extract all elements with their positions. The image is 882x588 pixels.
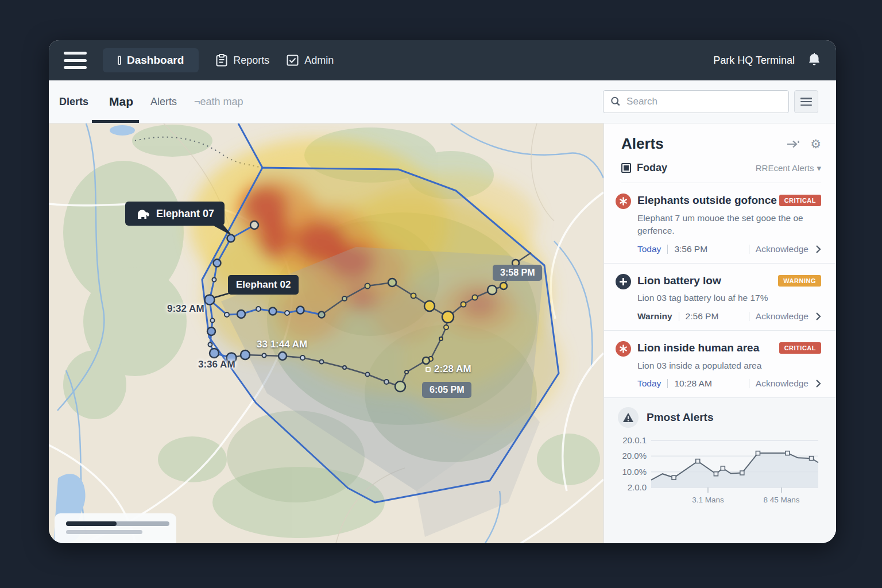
chevron-right-icon	[815, 379, 821, 388]
chevron-right-icon	[815, 312, 821, 321]
svg-text:20.0%: 20.0%	[622, 451, 647, 461]
alert-description: Lion 03 inside a populated area	[637, 359, 810, 372]
severity-badge: CRITICAL	[779, 195, 821, 206]
collapse-panel-icon[interactable]	[786, 139, 800, 149]
pond-shape	[110, 125, 135, 136]
warning-triangle-icon	[618, 407, 639, 428]
alert-item[interactable]: Elephants outside gofonce CRITICAL Eleph…	[604, 183, 836, 264]
map-base-layer	[49, 123, 604, 543]
nav-tab-label: Reports	[233, 55, 269, 67]
clipboard-icon	[216, 54, 227, 67]
nav-tab-reports[interactable]: Reports	[216, 54, 269, 67]
alert-day[interactable]: Today	[637, 244, 661, 254]
svg-text:2.0.0: 2.0.0	[628, 482, 647, 492]
time-chip-358pm[interactable]: 3:58 PM	[493, 265, 542, 281]
acknowledge-button[interactable]: Acknowledge	[756, 311, 821, 322]
date-filter[interactable]: Foday	[637, 162, 667, 174]
active-tab-underline	[92, 120, 139, 123]
bell-icon[interactable]	[807, 53, 821, 68]
search-box	[603, 90, 789, 113]
alerts-panel: Alerts ⚙ Foday RREcent Alerts	[604, 123, 836, 543]
severity-badge: WARNING	[778, 275, 821, 287]
alerts-trend-section: Pmost Alerts 20.0.120.0%10.0%2.0.03.1 Ma…	[604, 398, 836, 543]
tab-heath-map[interactable]: ¬eath map	[194, 96, 243, 108]
time-label-228am: 2:28 AM	[425, 363, 471, 375]
nav-tab-admin[interactable]: Admin	[287, 55, 334, 67]
time-label-336am: 3:36 AM	[198, 359, 235, 370]
calendar-icon	[621, 163, 631, 173]
acknowledge-button[interactable]: Acknowledge	[756, 244, 821, 254]
map-canvas[interactable]: Elephant 07 Elephant 02 3:58 PM 6:05 PM …	[49, 123, 604, 543]
sort-dropdown[interactable]: RREcent Alerts ▾	[756, 163, 821, 173]
caret-down-icon: ▾	[817, 163, 821, 173]
sub-nav: Dlerts Map Alerts ¬eath map	[49, 80, 836, 123]
terminal-label: Park HQ Terminal	[713, 55, 795, 67]
time-label-144am: 33 1:44 AM	[257, 339, 307, 350]
acknowledge-button[interactable]: Acknowledge	[756, 378, 821, 389]
alert-title: Elephants outside gofonce	[637, 194, 777, 207]
app-window: Dashboard Reports Admin Park HQ Terminal	[49, 40, 836, 543]
chevron-right-icon	[815, 245, 821, 254]
panel-title: Alerts	[621, 135, 664, 153]
time-label-932am: 9:32 AM	[167, 303, 204, 315]
alert-description: Lion 03 tag battery lou af he 17%	[637, 292, 810, 304]
alert-item[interactable]: Lion inside human area CRITICAL Lion 03 …	[604, 331, 836, 398]
elephant07-tooltip[interactable]: Elephant 07	[125, 202, 225, 226]
search-input[interactable]	[626, 96, 782, 107]
warning-alert-icon	[616, 274, 631, 289]
severity-badge: CRITICAL	[779, 342, 821, 354]
alerts-trend-chart: 20.0.120.0%10.0%2.0.03.1 Mans8 45 Mans	[618, 432, 823, 516]
tab-alerts[interactable]: Alerts	[150, 96, 177, 108]
nav-tab-label: Dashboard	[127, 54, 184, 67]
critical-alert-icon	[616, 194, 631, 209]
alert-description: Elephant 7 um mouoe the set gooe the oe …	[637, 212, 810, 238]
alert-item[interactable]: Lion battery low WARNING Lion 03 tag bat…	[604, 264, 836, 331]
nav-tab-dashboard[interactable]: Dashboard	[103, 48, 199, 72]
chart-title: Pmost Alerts	[647, 411, 714, 424]
alert-day[interactable]: Today	[637, 378, 661, 389]
dashboard-icon	[118, 56, 121, 65]
elephant-icon	[136, 207, 150, 220]
menu-icon[interactable]	[64, 52, 87, 69]
gear-icon[interactable]: ⚙	[810, 138, 821, 150]
timeline-scrubber[interactable]	[55, 513, 176, 543]
menu-lines-icon	[800, 98, 812, 106]
svg-text:8 45 Mans: 8 45 Mans	[763, 496, 799, 504]
scrubber-track[interactable]	[66, 521, 169, 526]
nav-tab-label: Admin	[304, 55, 334, 67]
tracker-label: Elephant 07	[156, 208, 214, 220]
svg-text:10.0%: 10.0%	[622, 467, 647, 477]
top-nav: Dashboard Reports Admin Park HQ Terminal	[49, 40, 836, 80]
svg-text:20.0.1: 20.0.1	[622, 435, 647, 445]
tab-dlerts[interactable]: Dlerts	[59, 96, 88, 108]
admin-icon	[287, 55, 299, 66]
waypoint-icon	[425, 367, 431, 372]
scrubber-progress[interactable]	[66, 521, 117, 526]
tab-map[interactable]: Map	[109, 95, 133, 109]
scrubber-secondary-bar	[66, 530, 142, 534]
alert-title: Lion battery low	[637, 274, 721, 288]
time-chip-605pm[interactable]: 6:05 PM	[422, 382, 471, 398]
alert-title: Lion inside human area	[637, 341, 759, 355]
elephant02-tooltip[interactable]: Elephant 02	[228, 275, 299, 295]
tracker-label: Elephant 02	[236, 279, 291, 291]
alert-time: 10:28 AM	[674, 378, 712, 389]
alert-time: 3:56 PM	[674, 244, 707, 254]
svg-text:3.1 Mans: 3.1 Mans	[692, 496, 724, 504]
alert-day: Warniny	[637, 311, 672, 322]
alert-time: 2:56 PM	[686, 311, 719, 322]
search-icon	[610, 96, 621, 107]
critical-alert-icon	[616, 341, 631, 357]
search-menu-button[interactable]	[794, 90, 818, 113]
